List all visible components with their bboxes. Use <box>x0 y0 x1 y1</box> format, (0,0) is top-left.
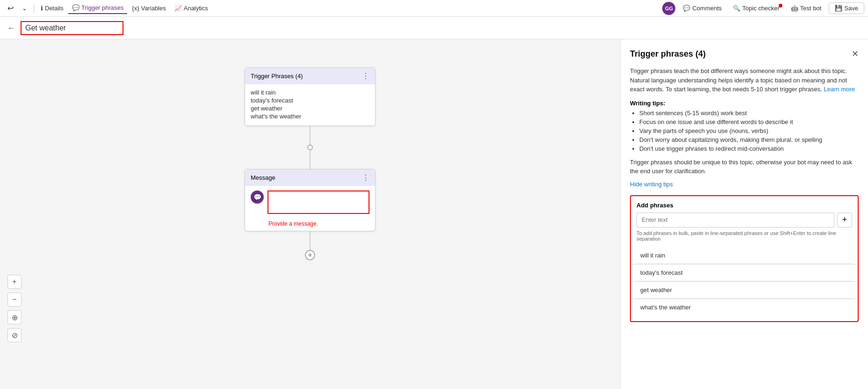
canvas: Trigger Phrases (4) ⋮ will it rain today… <box>0 39 620 389</box>
panel-title: Trigger phrases (4) <box>630 49 706 59</box>
panel-description: Trigger phrases teach the bot different … <box>630 66 859 94</box>
hide-tips-link[interactable]: Hide writing tips <box>630 181 859 188</box>
message-icon: 💬 <box>251 191 264 204</box>
topbar: ↩ ⌄ ℹ Details 💬 Trigger phrases {x} Vari… <box>0 0 868 17</box>
message-node: Message ⋮ 💬 Provide a message. <box>245 169 376 231</box>
back-arrow-icon: ← <box>7 24 15 32</box>
phrase-1: will it rain <box>251 89 369 96</box>
trigger-node-content: will it rain today's forecast get weathe… <box>245 84 375 125</box>
trigger-icon: 💬 <box>72 4 80 11</box>
writing-tips-list: Short sentences (5-15 words) work best F… <box>630 110 859 152</box>
tip-2: Focus on one issue and use different wor… <box>639 118 859 125</box>
trigger-phrases-tab[interactable]: 💬 Trigger phrases <box>68 2 128 14</box>
trigger-node-title: Trigger Phrases (4) <box>251 73 303 80</box>
topic-checker-icon: 🔍 <box>733 5 740 12</box>
phrase-item-4: what's the weather <box>637 299 852 316</box>
comments-button[interactable]: 💬 Comments <box>679 3 725 14</box>
test-bot-icon: 🤖 <box>791 5 798 12</box>
location-button[interactable]: ⊕ <box>7 310 22 324</box>
add-phrase-input[interactable] <box>637 213 834 228</box>
zoom-out-button[interactable]: − <box>7 293 22 307</box>
bulk-hint: To add phrases in bulk, paste in line-se… <box>637 230 852 242</box>
close-panel-button[interactable]: ✕ <box>852 49 859 59</box>
avatar: GG <box>662 2 675 15</box>
message-input-box[interactable] <box>268 191 369 214</box>
analytics-tab[interactable]: 📈 Analytics <box>171 3 212 14</box>
message-error: Provide a message. <box>245 219 375 231</box>
topic-title-input[interactable] <box>21 21 123 35</box>
trigger-node-header: Trigger Phrases (4) ⋮ <box>245 68 375 84</box>
add-plus-button[interactable]: + <box>837 213 852 228</box>
add-phrases-title: Add phrases <box>637 202 852 209</box>
learn-more-link[interactable]: Learn more <box>824 86 855 93</box>
zoom-controls: + − ⊕ ⊘ <box>7 275 22 342</box>
connector-line-1 <box>310 126 311 145</box>
topbar-left: ↩ ⌄ ℹ Details 💬 Trigger phrases {x} Vari… <box>4 2 660 15</box>
message-node-title: Message <box>251 174 275 181</box>
location-icon: ⊕ <box>12 313 18 322</box>
phrase-2: today's forecast <box>251 97 369 104</box>
writing-tips-header: Writing tips: <box>630 100 859 107</box>
main-content: Trigger Phrases (4) ⋮ will it rain today… <box>0 39 868 389</box>
panel-header: Trigger phrases (4) ✕ <box>630 49 859 59</box>
save-button[interactable]: 💾 Save <box>829 2 864 14</box>
details-tab[interactable]: ℹ Details <box>37 3 67 14</box>
tip-4: Don't worry about capitalizing words, ma… <box>639 136 859 143</box>
zoom-in-button[interactable]: + <box>7 275 22 289</box>
undo-icon: ↩ <box>7 4 14 13</box>
variables-icon: {x} <box>132 5 139 12</box>
notification-dot <box>779 4 782 7</box>
details-icon: ℹ <box>41 5 43 12</box>
undo-button[interactable]: ↩ <box>4 2 17 15</box>
phrase-item-1: will it rain <box>637 247 852 264</box>
tip-1: Short sentences (5-15 words) work best <box>639 110 859 117</box>
tip-5: Don't use trigger phrases to redirect mi… <box>639 145 859 152</box>
variables-tab[interactable]: {x} Variables <box>128 3 169 14</box>
trigger-phrases-node: Trigger Phrases (4) ⋮ will it rain today… <box>245 67 376 126</box>
topic-checker-button[interactable]: 🔍 Topic checker <box>729 3 783 14</box>
add-phrase-input-row: + <box>637 213 852 228</box>
phrase-3: get weather <box>251 105 369 112</box>
phrase-item-2: today's forecast <box>637 264 852 281</box>
flow-container: Trigger Phrases (4) ⋮ will it rain today… <box>245 67 376 260</box>
connector-dot-1 <box>307 145 313 150</box>
phrase-item-3: get weather <box>637 282 852 299</box>
comments-icon: 💬 <box>683 5 690 12</box>
save-icon: 💾 <box>835 5 842 12</box>
connector-line-3 <box>310 231 311 250</box>
tip-3: Vary the parts of speech you use (nouns,… <box>639 127 859 134</box>
analytics-icon: 📈 <box>174 5 182 12</box>
add-node-button[interactable]: + <box>305 250 315 260</box>
more-dropdown-button[interactable]: ⌄ <box>18 3 31 14</box>
right-panel: Trigger phrases (4) ✕ Trigger phrases te… <box>620 39 868 389</box>
chevron-down-icon: ⌄ <box>22 5 27 12</box>
add-phrases-section: Add phrases + To add phrases in bulk, pa… <box>630 195 859 322</box>
test-bot-button[interactable]: 🤖 Test bot <box>787 3 825 14</box>
message-node-menu[interactable]: ⋮ <box>362 173 369 182</box>
back-button[interactable]: ← <box>6 22 17 34</box>
message-content: 💬 <box>245 186 375 219</box>
secondbar: ← <box>0 17 868 39</box>
message-node-header: Message ⋮ <box>245 169 375 186</box>
phrase-4: what's the weather <box>251 113 369 120</box>
zoom-in-icon: + <box>12 278 16 286</box>
zoom-out-icon: − <box>12 295 16 304</box>
reset-button[interactable]: ⊘ <box>7 328 22 342</box>
reset-icon: ⊘ <box>12 331 18 340</box>
topbar-right: GG 💬 Comments 🔍 Topic checker 🤖 Test bot… <box>662 2 864 15</box>
unique-note: Trigger phrases should be unique to this… <box>630 158 859 176</box>
connector-line-2 <box>310 150 311 169</box>
trigger-node-menu[interactable]: ⋮ <box>362 72 369 81</box>
